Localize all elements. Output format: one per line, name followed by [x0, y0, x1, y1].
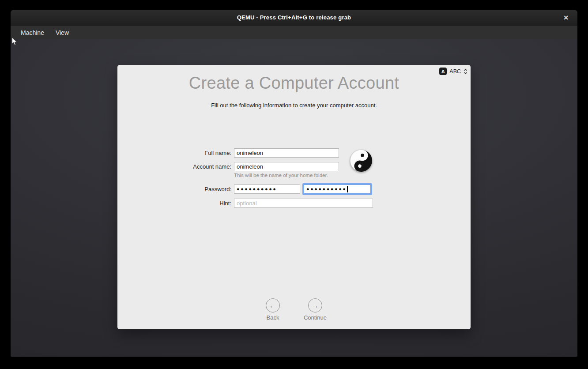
password-label: Password: — [117, 186, 231, 192]
full-name-label: Full name: — [117, 150, 231, 156]
create-account-dialog: A ABC Create a Computer Account Fill out… — [117, 65, 471, 329]
full-name-row: Full name: — [117, 148, 471, 158]
password-input[interactable]: ●●●●●●●●●● — [234, 184, 300, 194]
account-name-row: Account name: — [117, 162, 471, 171]
verify-password-input[interactable]: ●●●●●●●●●● — [304, 184, 371, 194]
password-masked-value: ●●●●●●●●●● — [237, 187, 277, 192]
password-row: Password: ●●●●●●●●●● ●●●●●●●●●● — [117, 184, 471, 194]
hint-input[interactable] — [234, 199, 373, 208]
hint-label: Hint: — [117, 200, 231, 207]
continue-arrow-icon: → — [308, 298, 322, 313]
page-title: Create a Computer Account — [117, 74, 471, 93]
back-button-label: Back — [267, 314, 279, 321]
continue-button-label: Continue — [304, 314, 327, 321]
menubar: Machine View — [11, 26, 577, 39]
yin-yang-icon — [349, 149, 373, 173]
window-titlebar[interactable]: QEMU - Press Ctrl+Alt+G to release grab … — [11, 10, 577, 26]
window-title: QEMU - Press Ctrl+Alt+G to release grab — [237, 14, 351, 21]
account-name-input[interactable] — [234, 162, 339, 171]
menu-view[interactable]: View — [51, 27, 74, 38]
page-subtitle: Fill out the following information to cr… — [117, 102, 471, 109]
back-button[interactable]: ← Back — [259, 298, 286, 321]
menu-machine[interactable]: Machine — [16, 27, 49, 38]
verify-password-masked-value: ●●●●●●●●●● — [306, 187, 347, 192]
continue-button[interactable]: → Continue — [302, 298, 329, 321]
hint-row: Hint: — [117, 199, 471, 208]
vm-screen: A ABC Create a Computer Account Fill out… — [11, 39, 577, 356]
full-name-input[interactable] — [234, 148, 339, 158]
account-avatar[interactable] — [349, 149, 373, 174]
text-caret — [347, 186, 348, 192]
account-name-label: Account name: — [117, 163, 231, 170]
close-icon[interactable]: ✕ — [560, 10, 572, 26]
back-arrow-icon: ← — [266, 298, 280, 313]
mouse-cursor-icon — [11, 37, 18, 46]
nav-buttons: ← Back → Continue — [259, 298, 329, 321]
qemu-window: QEMU - Press Ctrl+Alt+G to release grab … — [11, 10, 577, 357]
account-name-helper: This will be the name of your home folde… — [234, 173, 328, 178]
